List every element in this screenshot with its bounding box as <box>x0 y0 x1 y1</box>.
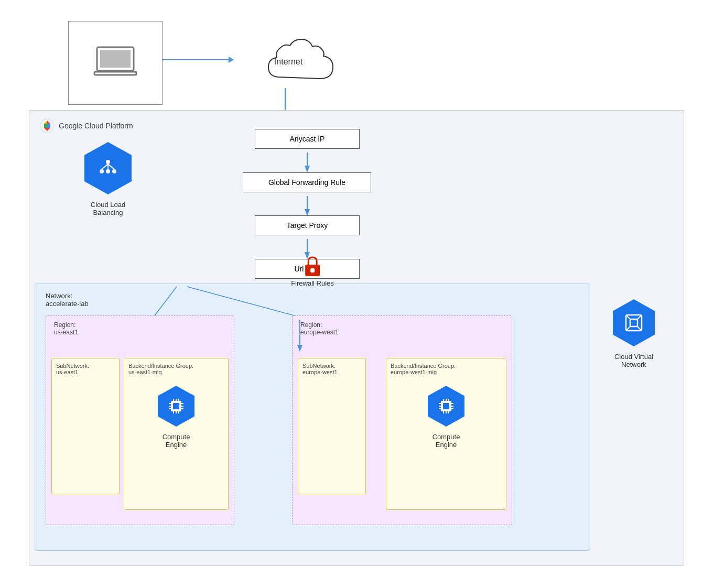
svg-rect-2 <box>100 50 131 68</box>
target-proxy-label: Target Proxy <box>255 215 360 235</box>
clb-hexagon <box>84 142 132 194</box>
region-eu: Region: europe-west1 SubNetwork: europe-… <box>292 315 512 525</box>
target-proxy-box: Target Proxy <box>255 215 360 235</box>
client-box <box>68 21 163 105</box>
gcp-logo-area: Google Cloud Platform <box>40 118 133 133</box>
svg-rect-54 <box>630 319 637 326</box>
laptop-icon <box>92 45 139 81</box>
forwarding-rule-label: Global Forwarding Rule <box>243 172 371 192</box>
compute-eu-icon <box>437 397 456 416</box>
svg-point-8 <box>112 169 116 173</box>
compute-us-hexagon <box>158 386 194 427</box>
vpc-network: Network: accelerate-lab Firewall Rules <box>35 284 590 551</box>
anycast-ip-label: Anycast IP <box>255 129 360 149</box>
subnet-eu-label: SubNetwork: europe-west1 <box>302 363 338 375</box>
compute-us-section: ComputeEngine <box>158 386 194 449</box>
cloud-svg: Internet <box>236 29 341 97</box>
region-us: Region: us-east1 SubNetwork: us-east1 Ba… <box>46 315 234 525</box>
clb-section: Cloud LoadBalancing <box>56 142 160 216</box>
gcp-logo-icon <box>40 118 55 133</box>
big-us: Backend/Instance Group: us-east1-mig <box>124 358 229 510</box>
cvn-icon <box>623 312 645 334</box>
big-us-label: Backend/Instance Group: us-east1-mig <box>124 358 228 375</box>
firewall-section: Firewall Rules <box>291 255 334 287</box>
compute-eu-section: ComputeEngine <box>428 386 464 449</box>
clb-icon <box>96 157 120 180</box>
svg-point-6 <box>106 160 110 164</box>
compute-eu-label: ComputeEngine <box>432 433 460 449</box>
subnet-us-label: SubNetwork: us-east1 <box>56 363 89 375</box>
svg-point-7 <box>100 169 104 173</box>
arrow-client-to-internet <box>163 59 233 60</box>
svg-rect-1 <box>94 72 136 75</box>
compute-eu-hexagon <box>428 386 464 427</box>
arrow-anycast-forwarding <box>304 153 315 172</box>
svg-marker-60 <box>297 345 302 352</box>
firewall-label: Firewall Rules <box>291 279 334 287</box>
cvn-label: Cloud VirtualNetwork <box>614 353 653 368</box>
diagram-container: Internet Google Cloud Platform <box>0 0 703 588</box>
compute-us-icon <box>167 397 186 416</box>
compute-us-label: ComputeEngine <box>163 433 190 449</box>
cvn-section: Cloud VirtualNetwork <box>600 299 668 368</box>
svg-rect-22 <box>310 268 315 273</box>
big-eu: Backend/Instance Group: europe-west1-mig <box>386 358 506 510</box>
subnet-eu: SubNetwork: europe-west1 <box>298 358 366 494</box>
arrow-backend-firewall <box>297 320 307 352</box>
clb-label: Cloud LoadBalancing <box>91 201 126 216</box>
anycast-ip-box: Anycast IP <box>255 129 360 149</box>
gcp-container: Google Cloud Platform Cloud LoadBalancin… <box>29 110 684 566</box>
arrow-forwarding-proxy <box>304 196 315 216</box>
cvn-hexagon <box>613 299 655 346</box>
svg-rect-40 <box>443 403 449 409</box>
global-forwarding-rule-box: Global Forwarding Rule <box>243 172 371 192</box>
subnet-us: SubNetwork: us-east1 <box>51 358 120 494</box>
firewall-lock-icon <box>303 255 322 277</box>
svg-point-9 <box>106 169 110 173</box>
svg-marker-14 <box>305 166 310 172</box>
svg-line-12 <box>108 164 114 169</box>
region-us-label: Region: us-east1 <box>54 321 78 336</box>
svg-line-10 <box>102 164 108 169</box>
gcp-label: Google Cloud Platform <box>59 122 133 130</box>
svg-rect-26 <box>173 403 179 409</box>
vpc-network-label: Network: accelerate-lab <box>46 292 89 308</box>
big-eu-label: Backend/Instance Group: europe-west1-mig <box>386 358 506 375</box>
internet-label-text: Internet <box>274 57 303 66</box>
